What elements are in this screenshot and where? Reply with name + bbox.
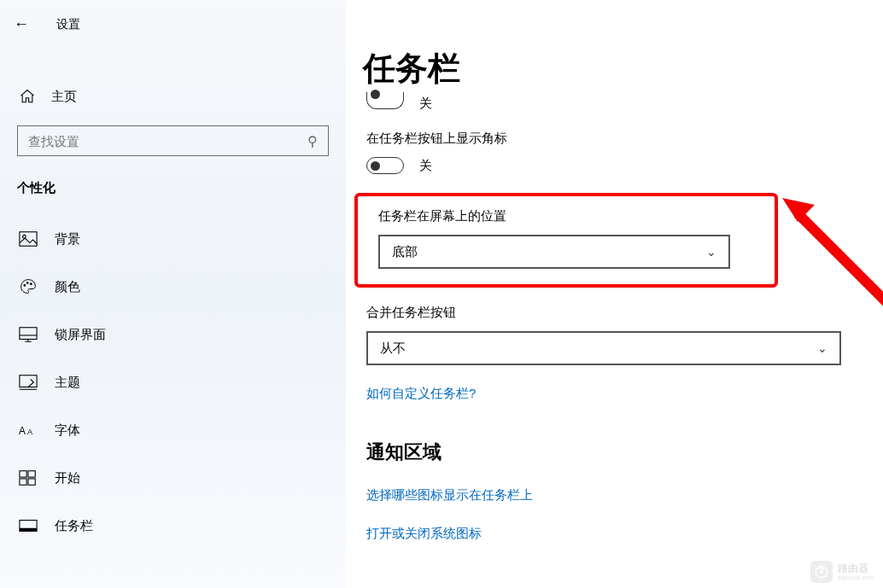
toggle-row-1: 关 (366, 96, 849, 112)
image-icon (19, 230, 38, 247)
badge-label: 在任务栏按钮上显示角标 (366, 131, 849, 147)
toggle-label-badge: 关 (419, 158, 432, 174)
search-input[interactable] (28, 134, 289, 148)
theme-icon (19, 374, 38, 391)
nav-item-lockscreen[interactable]: 锁屏界面 (0, 311, 346, 358)
nav-item-color[interactable]: 颜色 (0, 263, 346, 311)
position-value: 底部 (392, 244, 418, 260)
watermark-sub: luyouqi.com (838, 573, 874, 581)
link-system-icons[interactable]: 打开或关闭系统图标 (366, 526, 849, 542)
nav-list: 背景 颜色 锁屏界面 主题 AA 字体 开始 任务栏 (0, 215, 346, 550)
search-icon: ⚲ (307, 133, 318, 149)
sidebar: ← 设置 主页 ⚲ 个性化 背景 颜色 锁屏界面 主题 AA 字体 (0, 0, 346, 588)
palette-icon (19, 278, 38, 295)
toggle-label-1: 关 (419, 96, 432, 112)
taskbar-icon (19, 517, 38, 534)
home-icon (19, 88, 36, 105)
svg-point-1 (23, 235, 26, 238)
nav-label: 开始 (55, 470, 80, 486)
svg-point-3 (26, 282, 28, 283)
toggle-switch-1[interactable] (366, 92, 404, 109)
notify-title: 通知区域 (366, 440, 849, 465)
toggle-switch-badge[interactable] (366, 157, 404, 174)
svg-text:A: A (19, 426, 26, 438)
nav-item-theme[interactable]: 主题 (0, 358, 346, 406)
combine-label: 合并任务栏按钮 (366, 305, 849, 321)
home-label: 主页 (51, 89, 77, 105)
svg-rect-6 (20, 376, 37, 387)
customize-link[interactable]: 如何自定义任务栏? (366, 386, 476, 402)
nav-label: 背景 (55, 231, 80, 247)
chevron-down-icon: ⌄ (706, 245, 716, 259)
combine-value: 从不 (380, 341, 406, 357)
nav-item-background[interactable]: 背景 (0, 215, 346, 263)
svg-rect-11 (20, 479, 26, 485)
watermark-text: 路由器 (838, 563, 874, 573)
chevron-down-icon: ⌄ (817, 341, 827, 355)
nav-label: 颜色 (55, 279, 80, 295)
search-box[interactable]: ⚲ (17, 125, 329, 156)
svg-point-2 (24, 284, 26, 286)
font-icon: AA (19, 422, 38, 439)
position-label: 任务栏在屏幕上的位置 (378, 208, 763, 224)
watermark-icon (810, 561, 833, 583)
position-dropdown[interactable]: 底部 ⌄ (378, 235, 730, 269)
link-select-icons[interactable]: 选择哪些图标显示在任务栏上 (366, 487, 849, 504)
svg-rect-14 (20, 528, 37, 532)
svg-rect-10 (28, 471, 35, 477)
nav-item-taskbar[interactable]: 任务栏 (0, 502, 346, 550)
start-icon (19, 469, 38, 486)
toggle-row-2: 关 (366, 157, 849, 174)
svg-rect-5 (20, 328, 37, 340)
header: ← 设置 (0, 0, 346, 49)
home-link[interactable]: 主页 (0, 79, 346, 114)
page-title: 任务栏 (363, 47, 849, 90)
nav-label: 任务栏 (55, 518, 93, 534)
lockscreen-icon (19, 326, 38, 343)
settings-title: 设置 (56, 17, 80, 32)
back-arrow-icon[interactable]: ← (14, 15, 29, 33)
watermark: 路由器 luyouqi.com (810, 561, 874, 583)
nav-item-font[interactable]: AA 字体 (0, 406, 346, 454)
svg-marker-15 (782, 198, 815, 222)
svg-rect-0 (20, 232, 37, 247)
nav-label: 字体 (55, 422, 80, 439)
category-title: 个性化 (0, 156, 346, 205)
svg-point-17 (821, 571, 823, 573)
svg-rect-12 (28, 479, 35, 485)
highlight-annotation: 任务栏在屏幕上的位置 底部 ⌄ (354, 193, 778, 288)
nav-label: 主题 (55, 375, 80, 391)
svg-text:A: A (27, 428, 33, 437)
nav-item-start[interactable]: 开始 (0, 454, 346, 502)
main-content: 任务栏 关 在任务栏按钮上显示角标 关 任务栏在屏幕上的位置 底部 ⌄ 合并任务… (346, 0, 883, 588)
svg-rect-9 (20, 471, 26, 477)
svg-point-4 (30, 283, 32, 285)
nav-label: 锁屏界面 (55, 327, 106, 343)
arrow-annotation-icon (781, 188, 883, 316)
combine-dropdown[interactable]: 从不 ⌄ (366, 331, 841, 365)
